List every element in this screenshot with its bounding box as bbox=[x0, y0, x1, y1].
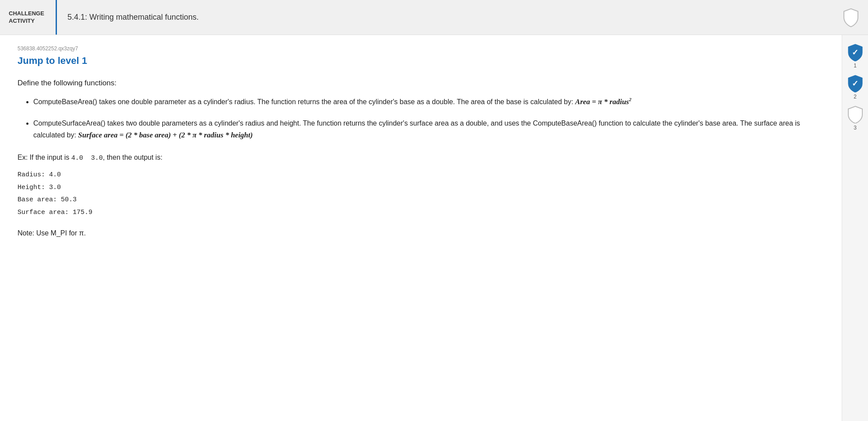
bullet-2-text: ComputeSurfaceArea() takes two double pa… bbox=[33, 119, 800, 139]
header-bar: CHALLENGE ACTIVITY 5.4.1: Writing mathem… bbox=[0, 0, 868, 35]
level-number-2: 2 bbox=[854, 94, 857, 100]
level-item-1[interactable]: ✓ 1 bbox=[847, 44, 863, 69]
bullet-item-1: ComputeBaseArea() takes one double param… bbox=[33, 95, 815, 108]
level-badge-2[interactable]: ✓ bbox=[847, 75, 863, 92]
level-check-1: ✓ bbox=[852, 48, 858, 57]
level-number-1: 1 bbox=[854, 63, 857, 69]
bullet-list: ComputeBaseArea() takes one double param… bbox=[18, 95, 815, 141]
challenge-label: CHALLENGE ACTIVITY bbox=[0, 0, 57, 35]
define-text: Define the following functions: bbox=[18, 79, 815, 88]
content-area: 536838.4052252.qx3zqy7 Jump to level 1 D… bbox=[0, 35, 842, 421]
activity-title: 5.4.1: Writing mathematical functions. bbox=[67, 13, 199, 22]
level-item-2[interactable]: ✓ 2 bbox=[847, 75, 863, 100]
level-sidebar: ✓ 1 ✓ 2 3 bbox=[842, 35, 868, 421]
activity-id: 536838.4052252.qx3zqy7 bbox=[18, 46, 815, 52]
shield-icon bbox=[843, 8, 859, 27]
level-number-3: 3 bbox=[854, 125, 857, 131]
code-output-block: Radius: 4.0 Height: 3.0 Base area: 50.3 … bbox=[18, 169, 815, 219]
formula-1: Area = π * radius2 bbox=[575, 98, 631, 106]
header-title: 5.4.1: Writing mathematical functions. bbox=[57, 0, 834, 35]
level-item-3[interactable]: 3 bbox=[847, 106, 863, 131]
level-check-2: ✓ bbox=[852, 79, 858, 88]
bullet-item-2: ComputeSurfaceArea() takes two double pa… bbox=[33, 118, 815, 141]
level-badge-1[interactable]: ✓ bbox=[847, 44, 863, 61]
bullet-1-text: ComputeBaseArea() takes one double param… bbox=[33, 98, 632, 105]
example-input: 4.0 3.0 bbox=[71, 154, 103, 162]
formula-2: Surface area = (2 * base area) + (2 * π … bbox=[78, 131, 253, 139]
challenge-label-text: CHALLENGE ACTIVITY bbox=[9, 10, 44, 25]
level-shield-3 bbox=[847, 106, 863, 123]
note-text: Note: Use M_PI for π. bbox=[18, 229, 815, 237]
code-line-2: Height: 3.0 bbox=[18, 182, 815, 194]
header-badge-area bbox=[834, 0, 868, 35]
code-line-4: Surface area: 175.9 bbox=[18, 207, 815, 219]
code-line-3: Base area: 50.3 bbox=[18, 194, 815, 207]
jump-to-level[interactable]: Jump to level 1 bbox=[18, 55, 815, 67]
code-line-1: Radius: 4.0 bbox=[18, 169, 815, 182]
level-badge-3[interactable] bbox=[847, 106, 863, 123]
main-content: 536838.4052252.qx3zqy7 Jump to level 1 D… bbox=[0, 35, 868, 421]
example-text: Ex: If the input is 4.0 3.0, then the ou… bbox=[18, 154, 815, 162]
